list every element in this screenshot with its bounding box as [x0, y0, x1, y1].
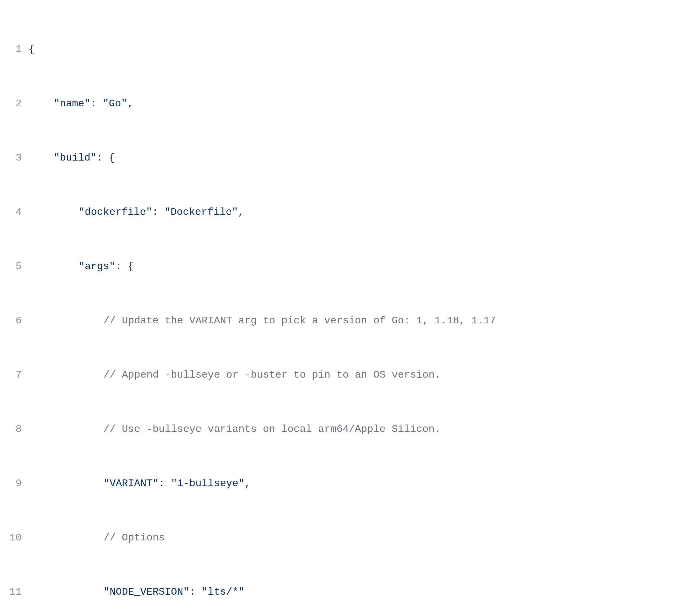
- line-number: 11: [0, 582, 29, 601]
- code-line: 10 // Options: [0, 528, 700, 547]
- code-line: 8 // Use -bullseye variants on local arm…: [0, 420, 700, 438]
- code-line: 7 // Append -bullseye or -buster to pin …: [0, 366, 700, 384]
- code-line: 1 {: [0, 40, 700, 59]
- line-number: 4: [0, 203, 29, 222]
- line-number: 3: [0, 148, 29, 167]
- code-editor[interactable]: 1 { 2 "name": "Go", 3 "build": { 4 "dock…: [0, 0, 700, 610]
- line-number: 9: [0, 474, 29, 493]
- code-line: 11 "NODE_VERSION": "lts/*": [0, 582, 700, 601]
- line-number: 8: [0, 420, 29, 438]
- line-number: 10: [0, 528, 29, 547]
- line-number: 2: [0, 94, 29, 113]
- code-line: 3 "build": {: [0, 148, 700, 167]
- code-line: 5 "args": {: [0, 257, 700, 276]
- line-number: 7: [0, 366, 29, 384]
- line-number: 6: [0, 311, 29, 330]
- code-line: 6 // Update the VARIANT arg to pick a ve…: [0, 311, 700, 330]
- code-line: 9 "VARIANT": "1-bullseye",: [0, 474, 700, 493]
- code-line: 2 "name": "Go",: [0, 94, 700, 113]
- line-number: 5: [0, 257, 29, 276]
- line-number: 1: [0, 40, 29, 59]
- code-line: 4 "dockerfile": "Dockerfile",: [0, 203, 700, 222]
